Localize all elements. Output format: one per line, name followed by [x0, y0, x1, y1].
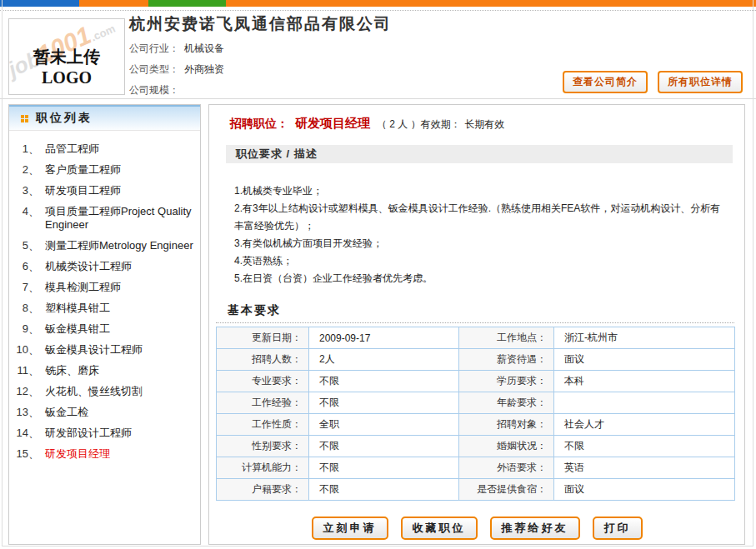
topbar-orange-segment	[79, 0, 148, 7]
no-logo-text: 暂未上传LOGO	[9, 46, 124, 87]
validity-label: 有效期：	[421, 118, 461, 130]
company-industry-row: 公司行业：机械设备	[129, 42, 224, 56]
education-req-value: 本科	[554, 371, 735, 392]
requirement-line-5: 5.在日资（台资）企业工作经验者优先考虑。	[234, 270, 724, 287]
company-type-row: 公司类型：外商独资	[129, 62, 224, 77]
computer-skill-value: 不限	[309, 457, 459, 479]
board-lodging-value: 面议	[554, 479, 735, 501]
target-group-label: 招聘对象：	[459, 414, 554, 436]
table-row: 工作性质： 全职 招聘对象： 社会人才	[217, 414, 735, 436]
work-location-label: 工作地点：	[459, 327, 554, 349]
basic-requirements-header: 基本要求	[228, 303, 281, 318]
topbar-blue-segment	[0, 0, 79, 7]
all-jobs-detail-button[interactable]: 所有职位详情	[658, 71, 743, 93]
major-req-label: 专业要求：	[217, 371, 309, 392]
work-location-value: 浙江-杭州市	[554, 327, 735, 349]
requirements-section-header: 职位要求 / 描述	[226, 145, 733, 163]
job-list: 1、品管工程师 2、客户质量工程师 3、研发项目工程师 4、项目质量工程师Pro…	[9, 138, 200, 464]
age-req-label: 年龄要求：	[459, 392, 554, 414]
view-company-intro-button[interactable]: 查看公司简介	[563, 71, 648, 93]
table-row: 工作经验： 不限 年龄要求：	[217, 392, 735, 414]
job-nature-label: 工作性质：	[217, 414, 309, 436]
basic-requirements-table: 更新日期： 2009-09-17 工作地点： 浙江-杭州市 招聘人数： 2人 薪…	[216, 327, 735, 501]
company-logo-placeholder: job1001.com 暂未上传LOGO	[8, 18, 125, 95]
validity-value: 长期有效	[464, 118, 504, 130]
job-position-label: 招聘职位：	[230, 117, 288, 130]
requirement-line-3: 3.有类似机械方面项目开发经验；	[234, 235, 724, 252]
headcount-label: 招聘人数：	[217, 349, 309, 371]
experience-req-label: 工作经验：	[217, 392, 309, 414]
job-headcount: （ 2 人 ）	[377, 118, 421, 130]
job-list-title: 职位列表	[36, 111, 93, 126]
requirement-line-2: 2.有3年以上结构设计或塑料模具、钣金模具设计工作经验.（熟练使用相关FEA软件…	[234, 200, 724, 235]
computer-skill-label: 计算机能力：	[217, 457, 309, 479]
sidebar-item-4[interactable]: 4、项目质量工程师Project Quality Engineer	[9, 201, 200, 235]
company-type-label: 公司类型：	[129, 63, 179, 75]
sidebar-item-6[interactable]: 6、机械类设计工程师	[9, 256, 200, 277]
marital-status-value: 不限	[554, 436, 735, 457]
update-date-value: 2009-09-17	[309, 327, 459, 349]
watermark-com: .com	[89, 22, 118, 43]
sidebar-item-10[interactable]: 10、钣金模具设计工程师	[9, 339, 200, 360]
company-size-label: 公司规模：	[129, 84, 179, 96]
table-row: 专业要求： 不限 学历要求： 本科	[217, 371, 735, 392]
print-button[interactable]: 打印	[593, 517, 643, 540]
job-position-title: 研发项目经理	[295, 116, 370, 130]
save-job-button[interactable]: 收藏职位	[401, 517, 478, 540]
sidebar-item-11[interactable]: 11、铣床、磨床	[9, 360, 200, 381]
table-row: 更新日期： 2009-09-17 工作地点： 浙江-杭州市	[217, 327, 735, 349]
sidebar-item-9[interactable]: 9、钣金模具钳工	[9, 318, 200, 339]
board-lodging-label: 是否提供食宿：	[459, 479, 554, 501]
job-nature-value: 全职	[309, 414, 459, 436]
company-header: job1001.com 暂未上传LOGO 杭州安费诺飞凤通信部品有限公司 公司行…	[0, 12, 756, 99]
sidebar-item-2[interactable]: 2、客户质量工程师	[9, 159, 200, 180]
job-detail-panel: 招聘职位：研发项目经理（ 2 人 ）有效期： 长期有效 职位要求 / 描述 1.…	[208, 104, 745, 545]
header-buttons: 查看公司简介 所有职位详情	[563, 71, 743, 93]
foreign-language-label: 外语要求：	[459, 457, 554, 479]
experience-req-value: 不限	[309, 392, 459, 414]
marital-status-label: 婚姻状况：	[459, 436, 554, 457]
requirement-line-1: 1.机械类专业毕业；	[234, 182, 724, 200]
top-color-bar	[0, 0, 756, 7]
headcount-value: 2人	[309, 349, 459, 371]
update-date-label: 更新日期：	[217, 327, 309, 349]
table-row: 计算机能力： 不限 外语要求： 英语	[217, 457, 735, 479]
sidebar-item-7[interactable]: 7、模具检测工程师	[9, 277, 200, 297]
salary-label: 薪资待遇：	[459, 349, 554, 371]
table-row: 性别要求： 不限 婚姻状况： 不限	[217, 436, 735, 457]
recommend-to-friend-button[interactable]: 推荐给好友	[490, 517, 580, 540]
company-type-value: 外商独资	[184, 63, 224, 75]
job-list-header: 职位列表	[9, 105, 200, 131]
salary-value: 面议	[554, 349, 735, 371]
sidebar-item-15-active[interactable]: 15、研发项目经理	[9, 443, 200, 464]
age-req-value	[554, 392, 735, 414]
sidebar-item-12[interactable]: 12、火花机、慢丝线切割	[9, 381, 200, 402]
job-list-sidebar: 职位列表 1、品管工程师 2、客户质量工程师 3、研发项目工程师 4、项目质量工…	[8, 104, 201, 545]
residence-req-value: 不限	[309, 479, 459, 501]
sidebar-item-3[interactable]: 3、研发项目工程师	[9, 180, 200, 201]
company-industry-label: 公司行业：	[129, 42, 179, 54]
company-industry-value: 机械设备	[184, 42, 224, 54]
company-name: 杭州安费诺飞凤通信部品有限公司	[129, 13, 392, 35]
gender-req-value: 不限	[309, 436, 459, 457]
table-row: 户籍要求： 不限 是否提供食宿： 面议	[217, 479, 735, 501]
sidebar-item-5[interactable]: 5、测量工程师Metrology Engineer	[9, 235, 200, 256]
foreign-language-value: 英语	[554, 457, 735, 479]
residence-req-label: 户籍要求：	[217, 479, 309, 501]
apply-now-button[interactable]: 立刻申请	[312, 517, 388, 540]
company-size-row: 公司规模：	[129, 83, 184, 97]
sidebar-item-14[interactable]: 14、研发部设计工程师	[9, 422, 200, 443]
sidebar-item-8[interactable]: 8、塑料模具钳工	[9, 297, 200, 318]
major-req-value: 不限	[309, 371, 459, 392]
target-group-value: 社会人才	[554, 414, 735, 436]
job-title-line: 招聘职位：研发项目经理（ 2 人 ）有效期： 长期有效	[230, 116, 504, 132]
sidebar-item-1[interactable]: 1、品管工程师	[9, 138, 200, 159]
table-row: 招聘人数： 2人 薪资待遇： 面议	[217, 349, 735, 371]
topbar-green-segment	[148, 0, 226, 7]
basic-requirements-dotted-rule	[216, 322, 734, 323]
topbar-orange-segment-2	[226, 0, 756, 7]
education-req-label: 学历要求：	[459, 371, 554, 392]
dotted-separator	[0, 10, 756, 11]
sidebar-item-13[interactable]: 13、钣金工检	[9, 402, 200, 422]
grid-squares-icon	[21, 115, 28, 122]
